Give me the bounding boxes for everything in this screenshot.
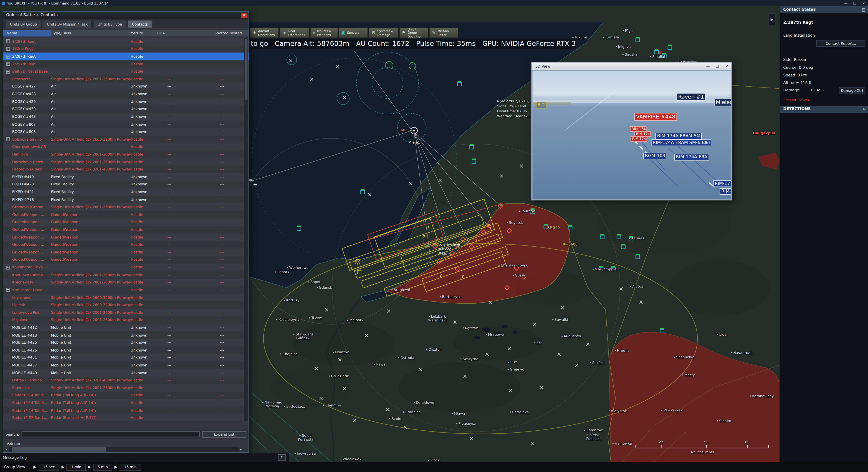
boat-operations-button[interactable]: ⚓Boat Operations [280, 28, 309, 38]
table-row[interactable]: +2/297th RegtHostile [3, 60, 249, 68]
expander-icon[interactable]: + [6, 265, 10, 269]
table-row[interactable]: MOBILE #413Mobile UnitUnknown------ [3, 332, 249, 339]
group-view-label[interactable]: Group View [0, 464, 30, 470]
message-log-bar[interactable]: Message Log ↑ [0, 453, 289, 462]
expand-log-button[interactable]: ↑ [278, 454, 285, 461]
mounts-weapons-button[interactable]: ⌖Mounts & Weapons [310, 28, 338, 38]
table-row[interactable]: MOBILE #412Mobile UnitUnknown------ [3, 324, 249, 332]
table-row[interactable]: Ostrov (Gorokho...Single-Unit Airfield (… [3, 377, 249, 384]
table-row[interactable]: FIXED #419Fixed FacilityUnknown------ [3, 173, 249, 181]
view3d-titlebar[interactable]: 3D View — ❐ ✕ [532, 63, 731, 70]
order-of-battle-window[interactable]: Order of Battle + Contacts ✕ Units By Gr… [3, 11, 249, 453]
table-row[interactable]: PravdinskSingle-Unit Airfield (1x 2001-2… [3, 384, 249, 391]
expander-icon[interactable]: + [6, 62, 10, 66]
tab-units-by-type[interactable]: Units By Type [93, 20, 126, 28]
detections-header[interactable]: DETECTIONS ▸ [780, 106, 868, 113]
table-row[interactable]: FIXED #716Fixed FacilityUnknown------ [3, 196, 249, 203]
table-row[interactable]: Chernyakhovsk ABHostile------ [3, 143, 249, 151]
table-row[interactable]: +182nd RegtHostile [3, 45, 249, 53]
expander-icon[interactable]: + [6, 47, 10, 51]
table-row[interactable]: +2/287th RegtHostile [3, 53, 249, 60]
table-row[interactable]: BessovetsSingle-Unit Airfield (1x 2001-2… [3, 75, 249, 83]
time-button-15-sec[interactable]: 15 sec [39, 464, 59, 471]
table-row[interactable]: BOGEY #428AirUnknown------ [3, 90, 249, 98]
tab-units-by-mission-task[interactable]: Units By Mission / Task [42, 20, 92, 28]
sensors-button[interactable]: ◉Sensors [338, 28, 368, 38]
mission-editor-button[interactable]: ✎Mission Editor [429, 28, 459, 38]
table-row[interactable]: +Kaliningrad Chka...Hostile------ [3, 263, 249, 271]
table-row[interactable]: BOGEY #808AirUnknown------ [3, 128, 249, 135]
search-input[interactable] [21, 431, 200, 437]
maximize-button[interactable]: ❐ [850, 0, 859, 6]
table-row[interactable]: BOGEY #807AirUnknown------ [3, 121, 249, 128]
table-row[interactable]: LevashovoSingle-Unit Airfield (1x 2600-3… [3, 294, 249, 301]
table-row[interactable]: Dorokhovo (Bezh...Single-Unit Airfield (… [3, 158, 249, 166]
view3d-window[interactable]: 3D View — ❐ ✕ B-2Raven #1Mielec #VAMPIRE… [531, 62, 732, 200]
table-row[interactable]: Radar (P-14 Tall K...Radar (Tall King A … [3, 407, 249, 414]
expander-icon[interactable]: + [6, 288, 10, 292]
play-icon[interactable]: ▶ [62, 465, 64, 470]
oob-close-button[interactable]: ✕ [241, 13, 247, 18]
table-row[interactable]: Radar (P-14 Tall K...Radar (Tall King A … [3, 392, 249, 399]
table-row[interactable]: GuidedWeapon ...GuidedWeaponHostile-----… [3, 233, 249, 241]
view3d-maximize-button[interactable]: ❐ [713, 63, 722, 70]
horizontal-scrollbar[interactable]: ◂ ▸ [4, 447, 244, 452]
scroll-left-icon[interactable]: ◂ [4, 447, 9, 452]
table-row[interactable]: Lodeynoye PoleSingle-Unit Airfield (1x 2… [3, 309, 249, 316]
systems-damage-button[interactable]: ⚙Systems & Damage [369, 28, 398, 38]
pin-icon[interactable] [862, 8, 865, 11]
scroll-right-icon[interactable]: ▸ [239, 447, 244, 452]
contacts-table-body[interactable]: +1/287th RegtHostile+182nd RegtHostile+2… [3, 37, 249, 421]
table-row[interactable]: DanilovoSingle-Unit Airfield (1x 2001-26… [3, 151, 249, 158]
play-icon[interactable]: ▶ [33, 465, 36, 470]
expander-icon[interactable]: + [6, 55, 10, 58]
vertical-scrollbar[interactable] [244, 37, 248, 421]
column-header-bda[interactable]: BDA [157, 31, 182, 35]
play-icon[interactable]: ▶ [115, 465, 117, 470]
table-row[interactable]: Radar (P-14 Tall K...Radar (Tall King A … [3, 399, 249, 407]
table-row[interactable]: BOGEY #429AirUnknown------ [3, 98, 249, 105]
table-row[interactable]: GuidedWeapon ...GuidedWeaponHostile-----… [3, 248, 249, 256]
table-row[interactable]: GuidedWeapon ...GuidedWeaponHostile-----… [3, 211, 249, 218]
view3d-close-button[interactable]: ✕ [722, 63, 731, 70]
contact-report-button[interactable]: Contact Report... [816, 40, 865, 47]
expander-icon[interactable]: + [6, 70, 10, 73]
table-row[interactable]: GuidedWeapon ...GuidedWeaponHostile-----… [3, 226, 249, 233]
column-header-type[interactable]: Type/Class [51, 31, 129, 35]
table-row[interactable]: BOGEY #427AirUnknown------ [3, 83, 249, 90]
table-row[interactable]: +Bolshoye SavinoSingle-Unit Airfield (1x… [3, 136, 249, 143]
table-row[interactable]: GuidedWeapon ...GuidedWeaponHostile-----… [3, 256, 249, 263]
tab-contacts[interactable]: Contacts [127, 20, 152, 28]
oob-titlebar[interactable]: Order of Battle + Contacts ✕ [3, 11, 249, 19]
view3d-minimize-button[interactable]: — [704, 63, 712, 70]
view3d-scene[interactable]: B-2Raven #1Mielec #VAMPIRE #448RIM-174AR… [532, 71, 731, 199]
table-row[interactable]: Khotilovo (Boriso...Single-Unit Airfield… [3, 271, 249, 279]
unit-group-doctrine-button[interactable]: ⚑Unit / Group Doctrine [399, 28, 429, 38]
expander-icon[interactable]: + [6, 39, 10, 43]
table-row[interactable]: Gromovo (Gromo...Single-Unit Airfield (1… [3, 203, 249, 211]
table-row[interactable]: Fedotovo (Kipelo...Single-Unit Airfield … [3, 166, 249, 173]
table-row[interactable]: BOGEY #443AirUnknown------ [3, 113, 249, 121]
table-row[interactable]: MOBILE #449Mobile UnitUnknown------ [3, 369, 249, 377]
table-row[interactable]: GuidedWeapon ...GuidedWeaponHostile-----… [3, 218, 249, 226]
table-row[interactable]: MOBILE #431Mobile UnitUnknown------ [3, 354, 249, 361]
play-icon[interactable]: ▶ [88, 465, 91, 470]
table-row[interactable]: BOGEY #430AirUnknown------ [3, 105, 249, 113]
aircraft-operations-button[interactable]: ✈Aircraft Operations [250, 28, 279, 38]
table-row[interactable]: LipetskSingle-Unit Airfield (1x 2600-320… [3, 301, 249, 309]
table-row[interactable]: +Kronshtadt Naval...Hostile------ [3, 286, 249, 294]
table-row[interactable]: MOBILE #425Mobile UnitUnknown------ [3, 339, 249, 346]
table-header[interactable]: Name Type/Class Posture BDA Spotted host… [3, 30, 249, 37]
time-button-5-min[interactable]: 5 min [93, 464, 112, 471]
scrollbar-thumb[interactable] [12, 447, 106, 452]
time-button-15-min[interactable]: 15 min [120, 464, 141, 471]
table-row[interactable]: FIXED #421Fixed FacilityUnknown------ [3, 188, 249, 196]
minimize-button[interactable]: — [841, 0, 850, 6]
table-row[interactable]: GuidedWeapon ...GuidedWeaponHostile-----… [3, 241, 249, 248]
table-row[interactable]: +1/287th RegtHostile [3, 37, 249, 45]
column-header-spotted[interactable]: Spotted hosted [182, 31, 248, 35]
expander-icon[interactable]: + [6, 137, 10, 141]
table-row[interactable]: MigalovoSingle-Unit Airfield (1x 2001-26… [3, 316, 249, 324]
time-button-1-min[interactable]: 1 min [67, 464, 86, 471]
expand-list-button[interactable]: Expand List [202, 431, 246, 437]
